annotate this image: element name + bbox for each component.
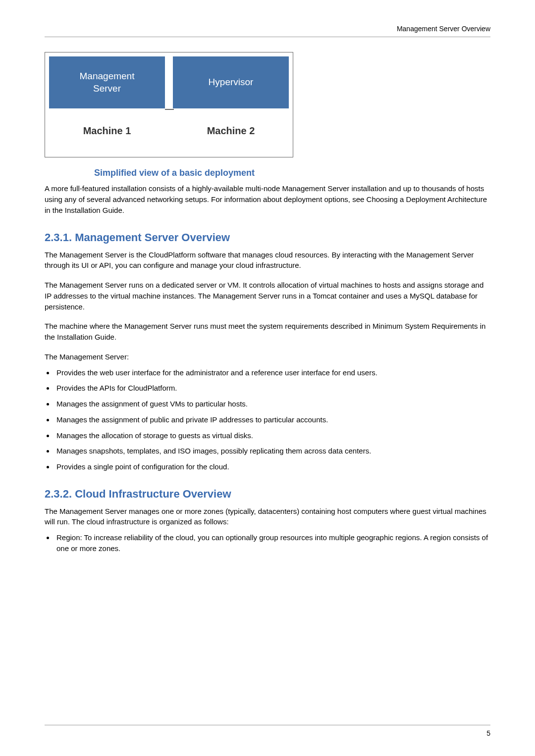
cloud-infrastructure-list: Region: To increase reliability of the c… [45, 532, 490, 554]
section-heading-cloud-infrastructure: 2.3.2. Cloud Infrastructure Overview [45, 486, 490, 502]
paragraph: The Management Server manages one or mor… [45, 506, 490, 528]
diagram-machine-2: Hypervisor Machine 2 [173, 56, 289, 153]
list-item: Provides the web user interface for the … [54, 367, 490, 378]
paragraph: The machine where the Management Server … [45, 321, 490, 343]
paragraph: The Management Server: [45, 352, 490, 362]
diagram-machine-2-label: Machine 2 [173, 108, 289, 153]
paragraph: The Management Server is the CloudPlatfo… [45, 250, 490, 271]
diagram-management-server-box: Management Server [49, 56, 165, 108]
list-item: Manages the assignment of guest VMs to p… [54, 399, 490, 409]
management-server-feature-list: Provides the web user interface for the … [45, 367, 490, 472]
paragraph-intro: A more full-featured installation consis… [45, 183, 490, 215]
header-rule [45, 37, 490, 37]
list-item: Provides a single point of configuration… [54, 461, 490, 472]
page: Management Server Overview Management Se… [0, 0, 535, 756]
list-item: Manages the assignment of public and pri… [54, 414, 490, 425]
page-number: 5 [45, 728, 490, 738]
section-heading-management-server: 2.3.1. Management Server Overview [45, 230, 490, 246]
list-item: Provides the APIs for CloudPlatform. [54, 383, 490, 394]
paragraph: The Management Server runs on a dedicate… [45, 280, 490, 312]
deployment-diagram: Management Server Machine 1 Hypervisor M… [45, 52, 293, 157]
diagram-machine-1-label: Machine 1 [49, 108, 165, 153]
list-item: Manages snapshots, templates, and ISO im… [54, 446, 490, 456]
diagram-caption: Simplified view of a basic deployment [94, 166, 490, 179]
diagram-machine-1: Management Server Machine 1 [49, 56, 165, 153]
list-item: Region: To increase reliability of the c… [54, 532, 490, 554]
footer-rule [45, 725, 490, 725]
list-item: Manages the allocation of storage to gue… [54, 430, 490, 441]
diagram-hypervisor-box: Hypervisor [173, 56, 289, 108]
running-header: Management Server Overview [45, 24, 490, 34]
page-footer: 5 [45, 725, 490, 738]
diagram-connector [165, 109, 174, 110]
diagram-hypervisor-label: Hypervisor [209, 76, 254, 89]
diagram-management-server-label: Management Server [80, 70, 135, 95]
